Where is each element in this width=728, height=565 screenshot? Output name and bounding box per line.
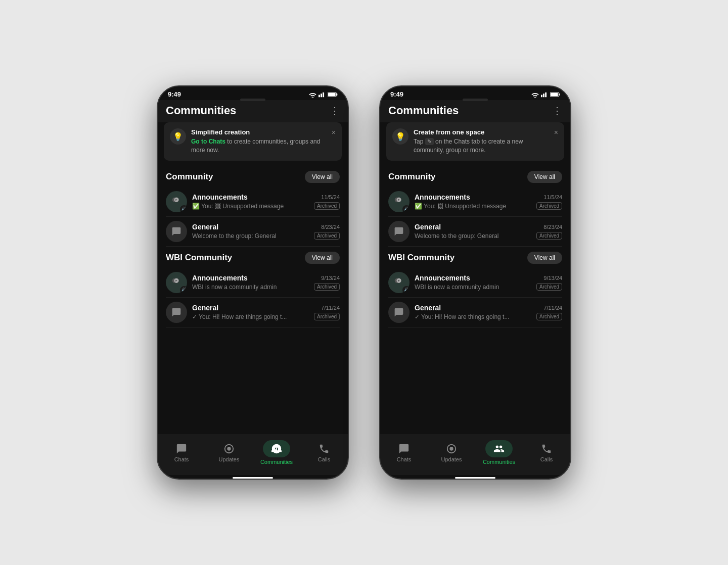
- chat-name: Announcements: [192, 274, 248, 282]
- communities-icon-left: [271, 443, 282, 454]
- battery-icon-left: [328, 91, 338, 98]
- svg-rect-5: [328, 93, 336, 96]
- calls-label-right: Calls: [540, 456, 553, 462]
- wbi-view-all-left[interactable]: View all: [305, 252, 340, 264]
- banner-close-right[interactable]: ×: [554, 128, 558, 136]
- chat-msg: ✓ You: Hi! How are things going t...: [415, 313, 533, 320]
- svg-rect-4: [336, 93, 337, 96]
- status-time-left: 9:49: [168, 90, 181, 98]
- chat-item[interactable]: General 7/11/24 ✓ You: Hi! How are thing…: [388, 298, 562, 327]
- chat-time: 9/13/24: [543, 275, 562, 281]
- chat-name: General: [192, 223, 218, 231]
- communities-icon-right: [493, 443, 505, 454]
- chat-msg: ✓ You: Hi! How are things going t...: [192, 313, 311, 320]
- archived-badge: Archived: [536, 313, 562, 320]
- nav-communities-left[interactable]: Communities: [253, 440, 300, 465]
- archived-badge: Archived: [314, 202, 340, 210]
- speaker-right: [463, 99, 488, 101]
- nav-calls-right[interactable]: Calls: [523, 443, 570, 462]
- chat-info: Announcements 9/13/24 WBI is now a commu…: [192, 274, 340, 291]
- community-section-left: Community View all 🔊: [158, 166, 348, 247]
- nav-communities-right[interactable]: Communities: [475, 440, 523, 465]
- chat-time: 8/23/24: [321, 224, 340, 230]
- chat-info: General 8/23/24 Welcome to the group: Ge…: [192, 223, 340, 240]
- chat-name: Announcements: [415, 274, 470, 282]
- svg-rect-13: [543, 93, 544, 97]
- wbi-announcements-avatar-right: 🔊: [388, 272, 410, 293]
- calls-icon-right: [540, 443, 553, 455]
- wbi-section-title-left: WBI Community: [166, 253, 232, 263]
- chat-item[interactable]: General 8/23/24 Welcome to the group: Ge…: [166, 217, 340, 247]
- chat-item[interactable]: 🔊 Announcements 11/5/24 ✅ You: 🖼 Unsuppo…: [388, 187, 562, 217]
- chat-info: General 7/11/24 ✓ You: Hi! How are thing…: [415, 304, 562, 320]
- chat-time: 7/11/24: [321, 305, 340, 311]
- svg-rect-16: [559, 93, 560, 96]
- general-chat-icon: [394, 226, 404, 237]
- phone-left-screen: 9:49: [158, 86, 348, 479]
- banner-right: 💡 Create from one space Tap ✎ on the Cha…: [386, 122, 564, 161]
- spacer-left: [158, 327, 348, 429]
- chat-info: Announcements 11/5/24 ✅ You: 🖼 Unsupport…: [192, 193, 340, 210]
- general-avatar-left: [166, 221, 187, 242]
- wbi-general-avatar-left: [166, 302, 187, 323]
- chat-msg: WBI is now a community admin: [192, 284, 311, 291]
- announcement-icon: [393, 277, 404, 288]
- svg-rect-14: [545, 92, 547, 97]
- nav-chats-left[interactable]: Chats: [158, 443, 205, 462]
- speaker-left: [240, 99, 265, 101]
- archived-badge: Archived: [314, 313, 340, 320]
- banner-text-prefix-right: Tap: [414, 138, 425, 145]
- banner-text-left: Go to Chats to create communities, group…: [191, 137, 327, 155]
- phone-right: 9:49: [379, 85, 571, 480]
- spacer-right: [380, 327, 570, 429]
- menu-icon-right[interactable]: ⋮: [552, 105, 562, 117]
- nav-updates-left[interactable]: Updates: [205, 443, 253, 462]
- megaphone-badge: 🔊: [180, 205, 187, 212]
- banner-close-left[interactable]: ×: [332, 128, 336, 136]
- chat-item[interactable]: 🔊 Announcements 9/13/24 WBI is now a com…: [166, 268, 340, 298]
- banner-icon-left: 💡: [170, 128, 186, 145]
- banner-title-right: Create from one space: [414, 128, 549, 136]
- updates-icon-right: [445, 443, 458, 455]
- announcement-icon: [171, 277, 182, 288]
- banner-link-left[interactable]: Go to Chats: [191, 138, 225, 145]
- chat-name: Announcements: [415, 193, 470, 201]
- general-avatar-right: [388, 221, 410, 242]
- community-view-all-left[interactable]: View all: [305, 171, 340, 183]
- community-section-title-right: Community: [388, 172, 436, 182]
- wbi-section-right: WBI Community View all 🔊: [380, 247, 570, 327]
- scroll-area-right[interactable]: Community View all 🔊: [380, 166, 570, 435]
- svg-point-11: [227, 447, 231, 450]
- nav-updates-right[interactable]: Updates: [428, 443, 475, 462]
- chat-msg: ✅ You: 🖼 Unsupported message: [415, 203, 533, 210]
- nav-calls-left[interactable]: Calls: [300, 443, 348, 462]
- nav-chats-right[interactable]: Chats: [380, 443, 428, 462]
- menu-icon-left[interactable]: ⋮: [330, 105, 340, 117]
- chat-item[interactable]: General 8/23/24 Welcome to the group: Ge…: [388, 217, 562, 247]
- chat-item[interactable]: 🔊 Announcements 11/5/24 ✅ You: 🖼 Unsuppo…: [166, 187, 340, 217]
- chat-item[interactable]: 🔊 Announcements 9/13/24 WBI is now a com…: [388, 268, 562, 298]
- megaphone-badge: 🔊: [402, 286, 410, 293]
- status-bar-left: 9:49: [158, 86, 348, 100]
- status-time-right: 9:49: [390, 90, 403, 98]
- wbi-view-all-right[interactable]: View all: [527, 252, 562, 264]
- scroll-area-left[interactable]: Community View all 🔊: [158, 166, 348, 435]
- chat-time: 11/5/24: [543, 194, 562, 200]
- chat-item[interactable]: General 7/11/24 ✓ You: Hi! How are thing…: [166, 298, 340, 327]
- battery-icon-right: [550, 91, 560, 98]
- community-view-all-right[interactable]: View all: [527, 171, 562, 183]
- chat-info: General 8/23/24 Welcome to the group: Ge…: [415, 223, 562, 240]
- general-chat-icon: [171, 226, 181, 237]
- archived-badge: Archived: [314, 283, 340, 291]
- archived-badge: Archived: [536, 232, 562, 240]
- signal-icon-right: [541, 91, 548, 98]
- nav-indicator-right: [455, 477, 495, 479]
- chats-label-left: Chats: [174, 456, 189, 462]
- status-bar-right: 9:49: [380, 86, 570, 100]
- phone-left: 9:49: [157, 85, 349, 480]
- banner-content-left: Simplified creation Go to Chats to creat…: [191, 128, 327, 155]
- wifi-icon-left: [309, 91, 316, 98]
- status-icons-left: [309, 91, 338, 98]
- communities-label-left: Communities: [260, 459, 293, 465]
- archived-badge: Archived: [536, 283, 562, 291]
